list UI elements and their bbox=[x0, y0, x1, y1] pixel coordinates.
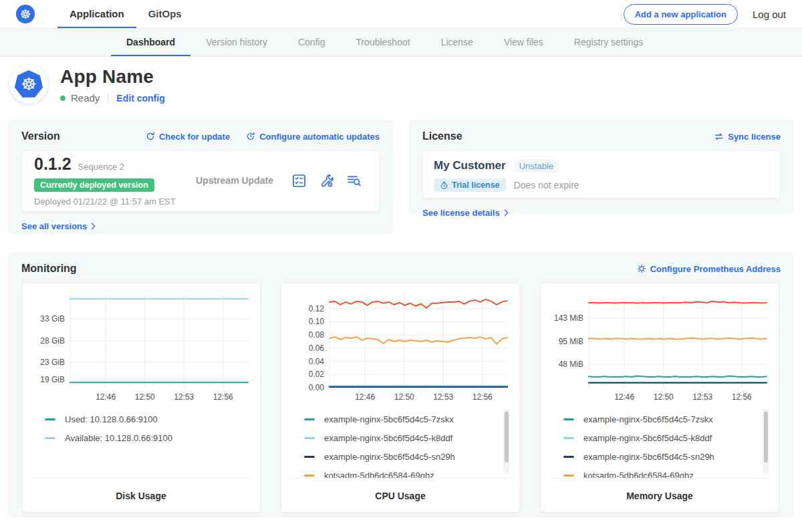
svg-text:33 GiB: 33 GiB bbox=[40, 314, 65, 323]
svg-text:12:56: 12:56 bbox=[473, 392, 493, 402]
svg-text:0.12: 0.12 bbox=[309, 304, 325, 313]
svg-text:0.10: 0.10 bbox=[309, 317, 325, 326]
disk-usage-legend: Used: 10.128.0.66:9100Available: 10.128.… bbox=[30, 408, 252, 479]
legend-item: example-nginx-5bc6f5d4c5-7zskx bbox=[563, 414, 771, 424]
legend-label: kotsadm-5db6dc6584-69qbz bbox=[324, 471, 434, 479]
legend-label: kotsadm-5db6dc6584-69qbz bbox=[583, 471, 694, 479]
legend-label: example-nginx-5bc6f5d4c5-sn29h bbox=[583, 452, 714, 462]
tab-troubleshoot[interactable]: Troubleshoot bbox=[340, 29, 425, 56]
deployed-timestamp: Deployed 01/21/22 @ 11:57 am EST bbox=[34, 196, 188, 207]
svg-text:12:46: 12:46 bbox=[355, 392, 375, 402]
app-sub-nav: Dashboard Version history Config Trouble… bbox=[0, 28, 802, 57]
legend-item: example-nginx-5bc6f5d4c5-k8ddf bbox=[304, 433, 511, 443]
current-version-box: 0.1.2 Sequence 2 Currently deployed vers… bbox=[21, 150, 380, 212]
legend-color-dash bbox=[45, 437, 55, 439]
version-sequence: Sequence 2 bbox=[78, 162, 124, 172]
configure-prometheus-link[interactable]: Configure Prometheus Address bbox=[637, 264, 781, 274]
license-details-box: My Customer Unstable Trial license Does … bbox=[422, 150, 781, 198]
see-license-details-link[interactable]: See license details bbox=[422, 208, 509, 218]
svg-text:0.08: 0.08 bbox=[309, 330, 325, 340]
svg-text:0.00: 0.00 bbox=[309, 383, 325, 392]
svg-text:0.02: 0.02 bbox=[309, 370, 325, 379]
svg-text:12:46: 12:46 bbox=[614, 392, 634, 402]
refresh-icon bbox=[146, 132, 155, 141]
memory-usage-legend: example-nginx-5bc6f5d4c5-7zskxexample-ng… bbox=[549, 408, 771, 479]
legend-color-dash bbox=[563, 475, 574, 477]
tab-registry-settings[interactable]: Registry settings bbox=[559, 29, 658, 56]
scrollbar-thumb[interactable] bbox=[764, 412, 768, 462]
legend-item: kotsadm-5db6dc6584-69qbz bbox=[304, 471, 511, 479]
sync-license-link[interactable]: Sync license bbox=[714, 132, 781, 142]
tab-view-files[interactable]: View files bbox=[489, 29, 559, 56]
chevron-right-icon bbox=[504, 209, 509, 217]
legend-label: example-nginx-5bc6f5d4c5-sn29h bbox=[324, 452, 455, 462]
legend-item: example-nginx-5bc6f5d4c5-k8ddf bbox=[563, 433, 771, 443]
legend-color-dash bbox=[45, 418, 55, 420]
svg-text:12:53: 12:53 bbox=[433, 392, 453, 402]
license-card-title: License bbox=[422, 130, 462, 142]
legend-label: example-nginx-5bc6f5d4c5-7zskx bbox=[324, 414, 454, 424]
tab-version-history[interactable]: Version history bbox=[190, 29, 283, 56]
svg-text:23 GiB: 23 GiB bbox=[40, 358, 65, 367]
legend-color-dash bbox=[304, 418, 315, 420]
legend-item: example-nginx-5bc6f5d4c5-7zskx bbox=[304, 414, 511, 424]
svg-text:12:50: 12:50 bbox=[394, 392, 414, 402]
legend-color-dash bbox=[304, 437, 315, 439]
legend-label: example-nginx-5bc6f5d4c5-7zskx bbox=[583, 414, 713, 424]
customer-name: My Customer bbox=[434, 159, 506, 172]
chart-title-disk: Disk Usage bbox=[30, 491, 252, 512]
tab-gitops[interactable]: GitOps bbox=[136, 0, 194, 28]
svg-text:12:56: 12:56 bbox=[213, 392, 233, 402]
tab-dashboard[interactable]: Dashboard bbox=[111, 29, 190, 56]
kubernetes-app-icon: ☸ bbox=[14, 70, 43, 99]
license-expiry: Does not expire bbox=[514, 180, 579, 190]
top-nav-right: Add a new application Log out bbox=[624, 0, 786, 28]
legend-color-dash bbox=[563, 437, 574, 439]
svg-text:12:50: 12:50 bbox=[135, 392, 155, 402]
divider bbox=[108, 94, 108, 103]
svg-text:12:50: 12:50 bbox=[654, 392, 674, 402]
version-source-label: Upstream Update bbox=[188, 175, 291, 186]
check-for-update-link[interactable]: Check for update bbox=[146, 132, 230, 142]
page-title: App Name bbox=[60, 66, 165, 88]
cpu-usage-chart-card: 12:4612:5012:5312:560.120.100.080.060.04… bbox=[281, 283, 520, 513]
edit-config-link[interactable]: Edit config bbox=[116, 93, 164, 104]
legend-scrollbar[interactable] bbox=[763, 409, 769, 473]
kubernetes-logo-icon: ☸ bbox=[16, 5, 35, 23]
scrollbar-thumb[interactable] bbox=[505, 412, 509, 462]
deployed-version-badge: Currently deployed version bbox=[34, 178, 154, 192]
status-badge: Ready bbox=[71, 92, 100, 104]
tab-config[interactable]: Config bbox=[283, 29, 340, 56]
license-type-badge: Trial license bbox=[434, 178, 506, 192]
top-nav: ☸ Application GitOps Add a new applicati… bbox=[0, 0, 802, 28]
version-number: 0.1.2 bbox=[34, 154, 72, 174]
cpu-usage-legend: example-nginx-5bc6f5d4c5-7zskxexample-ng… bbox=[289, 408, 511, 479]
view-files-search-icon[interactable] bbox=[346, 173, 362, 188]
disk-usage-chart-card: 12:4612:5012:5312:5633 GiB28 GiB23 GiB19… bbox=[21, 283, 261, 513]
svg-text:0.06: 0.06 bbox=[309, 344, 325, 353]
tab-application[interactable]: Application bbox=[57, 0, 136, 28]
license-card: License Sync license My Customer Unstabl… bbox=[409, 120, 794, 214]
config-wrench-icon[interactable] bbox=[319, 173, 334, 188]
legend-color-dash bbox=[304, 456, 315, 458]
preflight-checklist-icon[interactable] bbox=[291, 173, 307, 188]
version-card-title: Version bbox=[21, 130, 60, 142]
app-avatar: ☸ bbox=[9, 65, 48, 104]
legend-scrollbar[interactable] bbox=[503, 409, 509, 473]
cpu-usage-chart: 12:4612:5012:5312:560.120.100.080.060.04… bbox=[289, 290, 513, 405]
see-all-versions-link[interactable]: See all versions bbox=[21, 221, 96, 231]
legend-color-dash bbox=[563, 456, 574, 458]
legend-item: Available: 10.128.0.66:9100 bbox=[45, 433, 252, 443]
svg-text:12:53: 12:53 bbox=[692, 392, 712, 402]
tab-license[interactable]: License bbox=[426, 29, 489, 56]
status-dot-icon bbox=[60, 96, 65, 101]
chevron-right-icon bbox=[91, 223, 96, 230]
memory-usage-chart-card: 12:4612:5012:5312:56143 MiB95 MiB48 MiB … bbox=[540, 283, 779, 513]
logout-link[interactable]: Log out bbox=[753, 9, 786, 20]
configure-automatic-updates-link[interactable]: Configure automatic updates bbox=[246, 132, 380, 142]
legend-label: Available: 10.128.0.66:9100 bbox=[65, 433, 172, 443]
stopwatch-icon bbox=[440, 181, 448, 190]
legend-color-dash bbox=[563, 418, 574, 420]
add-application-button[interactable]: Add a new application bbox=[624, 4, 738, 25]
app-header: ☸ App Name Ready Edit config bbox=[0, 57, 802, 114]
